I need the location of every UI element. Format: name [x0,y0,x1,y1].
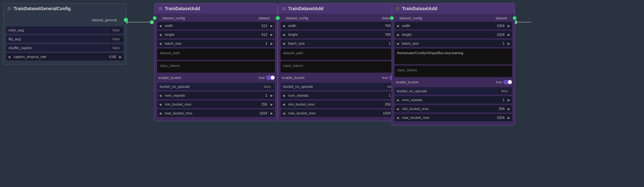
node2-width-left[interactable]: ◀ [157,22,164,29]
node3-min-bucket-value: 256 [379,102,392,106]
node2-height-right[interactable]: ▶ [269,31,275,38]
node3-height-value: 768 [379,33,392,36]
node1-header: TrainDatasetGeneralConfig [3,3,126,14]
node4-status-dot [396,7,399,10]
node2-max-bucket-left[interactable]: ◀ [157,109,164,117]
node3-min-bucket-left[interactable]: ◀ [281,100,287,108]
node2-width-value: 512 [256,24,269,28]
node3-enable-bucket-row: enable_bucket true [281,74,398,81]
node-train-dataset-add-1024: TrainDatasetAdd dataset_config dataset ◀… [392,3,515,126]
node4-body: dataset_config dataset ◀ width 1024 ▶ ◀ … [392,14,515,125]
node4-title: TrainDatasetAdd [402,6,437,11]
node1-caption-dropout-row: ◀ caption_dropout_rate 0.00 ▶ [6,53,124,61]
node2-batch-right[interactable]: ▶ [269,40,275,47]
node2-enable-bucket-value: true [259,76,265,80]
node3-min-bucket-label: min_bucket_reso [287,102,379,106]
node2-min-bucket-row: ◀ min_bucket_reso 256 ▶ [157,100,275,108]
node2-batch-left[interactable]: ◀ [157,40,164,47]
node4-dataset-path[interactable]: /home/user/ComfyUI/input/flux-lora-train… [394,48,512,64]
node2-enable-bucket-toggle[interactable] [266,75,275,80]
node4-output-label: dataset [496,16,507,20]
node3-batch-row: ◀ batch_size 1 ▶ [281,40,398,47]
node4-min-bucket-label: min_bucket_reso [401,107,493,111]
node4-input-label: dataset_config [399,16,422,20]
node4-bucket-no-upscale-label: bucket_no_upscale [396,89,498,93]
node3-input-label: dataset_config [286,16,308,20]
node4-batch-right[interactable]: ▶ [506,40,512,47]
node4-min-bucket-right[interactable]: ▶ [506,105,512,113]
node3-max-bucket-left[interactable]: ◀ [281,109,287,117]
node2-header: TrainDatasetAdd [155,3,277,14]
node3-num-repeats-left[interactable]: ◀ [281,92,287,99]
node4-height-label: height [401,33,493,36]
node4-height-row: ◀ height 1024 ▶ [394,31,512,38]
node4-max-bucket-row: ◀ max_bucket_reso 1024 ▶ [394,114,512,121]
node4-max-bucket-value: 1024 [493,116,506,119]
node4-output-port[interactable] [513,16,517,20]
node2-enable-bucket-row: enable_bucket true [157,74,275,81]
node2-width-right[interactable]: ▶ [269,22,275,29]
node1-shuffle-caption-field: shuffle_caption false [6,44,124,52]
node2-input-port[interactable] [153,16,157,20]
node3-height-left[interactable]: ◀ [281,31,287,38]
node1-output-port-row: dataset_general [6,16,124,24]
node3-batch-label: batch_size [287,42,379,45]
node2-num-repeats-right[interactable]: ▶ [269,92,275,99]
node4-width-right[interactable]: ▶ [506,22,512,29]
node4-num-repeats-left[interactable]: ◀ [394,96,401,104]
node4-num-repeats-right[interactable]: ▶ [506,96,512,104]
node3-max-bucket-row: ◀ max_bucket_reso 1024 ▶ [281,109,398,117]
node2-num-repeats-row: ◀ num_repeats 1 ▶ [157,92,275,99]
node4-min-bucket-value: 256 [493,107,506,111]
node4-min-bucket-left[interactable]: ◀ [394,105,401,113]
node4-enable-bucket-row: enable_bucket true [394,78,512,86]
node3-input-port[interactable] [276,16,280,20]
node3-bucket-no-upscale-field: bucket_no_upscale false [281,83,398,90]
node4-dataset-path-value: /home/user/ComfyUI/input/flux-lora-train… [397,51,463,55]
node1-color-aug-label: color_aug [7,28,110,32]
node4-max-bucket-right[interactable]: ▶ [506,114,512,121]
node1-caption-dropout-value: 0.00 [105,55,117,59]
node2-num-repeats-left[interactable]: ◀ [157,92,164,99]
node4-height-left[interactable]: ◀ [394,31,401,38]
node4-input-port[interactable] [390,16,394,20]
node3-width-left[interactable]: ◀ [281,22,287,29]
node2-batch-label: batch_size [164,42,256,45]
node4-batch-left[interactable]: ◀ [394,40,401,47]
node2-height-left[interactable]: ◀ [157,31,164,38]
node4-max-bucket-left[interactable]: ◀ [394,114,401,121]
node2-min-bucket-right[interactable]: ▶ [269,100,275,108]
node4-min-bucket-row: ◀ min_bucket_reso 256 ▶ [394,105,512,113]
node3-enable-bucket-label: enable_bucket [281,76,382,80]
node2-class-tokens[interactable]: class_tokens [157,61,275,73]
node4-height-right[interactable]: ▶ [506,31,512,38]
node-train-dataset-add-768: TrainDatasetAdd dataset_config dataset ◀… [278,3,401,121]
node3-height-label: height [287,33,379,36]
node2-max-bucket-right[interactable]: ▶ [269,109,275,117]
node2-dataset-path-label: dataset_path [160,51,180,55]
node2-min-bucket-left[interactable]: ◀ [157,100,164,108]
node3-num-repeats-value: 1 [379,94,392,97]
node1-caption-dropout-right-btn[interactable]: ▶ [117,53,124,61]
node2-bucket-no-upscale-label: bucket_no_upscale [158,85,261,88]
node3-batch-left[interactable]: ◀ [281,40,287,47]
node3-width-value: 768 [379,24,392,28]
node4-width-left[interactable]: ◀ [394,22,401,29]
canvas: TrainDatasetGeneralConfig dataset_genera… [0,0,644,187]
node3-class-tokens[interactable]: class_tokens [281,61,398,73]
node2-height-row: ◀ height 512 ▶ [157,31,275,38]
node1-body: dataset_general color_aug false flip_aug… [3,14,126,64]
node3-dataset-path-label: dataset_path [283,51,303,55]
node3-title: TrainDatasetAdd [288,6,323,11]
node3-body: dataset_config dataset ◀ width 768 ▶ ◀ h… [278,14,401,121]
node4-class-tokens[interactable]: class_tokens [394,66,512,77]
node4-enable-bucket-toggle[interactable] [503,80,512,84]
node1-output-port[interactable] [124,18,128,22]
node2-batch-row: ◀ batch_size 1 ▶ [157,40,275,47]
node3-num-repeats-label: num_repeats [287,94,379,97]
node3-status-dot [282,7,286,10]
node3-dataset-path[interactable]: dataset_path [281,48,398,60]
node1-caption-dropout-left-btn[interactable]: ◀ [6,53,12,61]
node1-flip-aug-label: flip_aug [7,37,110,41]
node2-dataset-path[interactable]: dataset_path [157,48,275,60]
